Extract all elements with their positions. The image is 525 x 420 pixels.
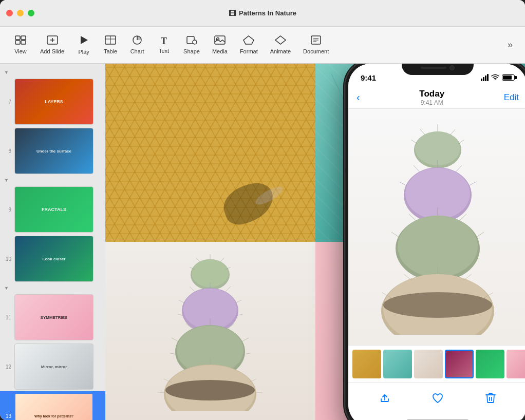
- svg-line-70: [420, 129, 425, 135]
- ios-thumb-strip: [348, 345, 525, 382]
- toolbar-item-play[interactable]: Play: [71, 32, 96, 58]
- ios-bottom-bar: [348, 382, 525, 413]
- slide-thumbnail-11: SYMMETRIES: [14, 294, 93, 340]
- svg-line-93: [463, 274, 472, 280]
- toolbar-item-table[interactable]: Table: [98, 32, 123, 58]
- iphone-shell: 9:41: [345, 64, 525, 420]
- toolbar-item-shape[interactable]: Shape: [178, 32, 205, 58]
- slide-item-13[interactable]: 13 Why look for patterns?: [0, 391, 105, 420]
- signal-bar-4: [487, 74, 489, 81]
- slide-panel[interactable]: ▼ 7 LAYERS 8 Under the: [0, 64, 105, 420]
- slide-item-10[interactable]: 10 Look closer: [0, 234, 105, 283]
- view-icon: [15, 35, 26, 46]
- favorite-button[interactable]: [427, 388, 448, 408]
- svg-rect-2: [15, 41, 20, 44]
- thumb-mini-1[interactable]: [352, 350, 381, 378]
- slide-group-7: ▼ 7 LAYERS: [0, 68, 105, 126]
- slide-thumbnail-9: FRACTALS: [14, 186, 93, 233]
- delete-button[interactable]: [480, 388, 501, 408]
- slide-item-9[interactable]: 9 FRACTALS: [0, 185, 105, 234]
- maximize-button[interactable]: [28, 10, 34, 16]
- heart-icon: [432, 392, 444, 404]
- slide-item-12[interactable]: 12 Mirror, mirror: [0, 342, 105, 391]
- nav-back-button[interactable]: ‹: [357, 91, 360, 103]
- svg-marker-17: [243, 36, 254, 44]
- thumb-mini-4[interactable]: [445, 350, 474, 378]
- slide-group-12: 12 Mirror, mirror: [0, 342, 105, 391]
- svg-line-35: [220, 258, 224, 262]
- slide-thumb-content-9: FRACTALS: [15, 187, 93, 232]
- toolbar-item-animate[interactable]: Animate: [265, 32, 296, 58]
- thumb-mini-2[interactable]: [383, 350, 412, 378]
- nav-title: Today: [419, 89, 444, 99]
- animate-label: Animate: [270, 48, 291, 54]
- slide-thumbnail-10: Look closer: [14, 236, 93, 282]
- svg-line-52: [172, 338, 178, 341]
- toolbar-item-view[interactable]: View: [8, 32, 33, 58]
- slide-item-8[interactable]: 8 Under the surface: [0, 126, 105, 176]
- canvas-area: 9:41: [105, 64, 525, 420]
- status-icons: [481, 73, 515, 82]
- toolbar-item-add-slide[interactable]: Add Slide: [35, 32, 69, 58]
- svg-rect-1: [21, 36, 26, 40]
- slide-number-9: 9: [4, 207, 11, 213]
- toolbar-item-format[interactable]: Format: [235, 32, 263, 58]
- chart-icon: [132, 35, 143, 46]
- slide-thumb-label-8: Under the surface: [36, 149, 71, 154]
- slide-thumb-label-10: Look closer: [43, 257, 66, 261]
- battery-fill: [503, 75, 512, 80]
- toolbar-more-button[interactable]: »: [503, 37, 517, 52]
- slide-number-7: 7: [4, 99, 11, 105]
- nav-edit-button[interactable]: Edit: [504, 92, 519, 103]
- view-label: View: [14, 48, 27, 54]
- notch-speaker: [421, 67, 446, 69]
- toolbar-item-document[interactable]: Document: [298, 32, 334, 58]
- window-controls: [6, 10, 34, 16]
- thumb-mini-3[interactable]: [414, 350, 443, 378]
- minimize-button[interactable]: [17, 10, 24, 16]
- slide-item-11[interactable]: 11 SYMMETRIES: [0, 293, 105, 342]
- group-arrow-9: ▼: [4, 178, 9, 183]
- format-icon: [243, 35, 254, 46]
- honeycomb-background: [105, 64, 315, 242]
- signal-bar-2: [483, 77, 484, 81]
- svg-marker-18: [275, 36, 286, 44]
- media-label: Media: [212, 48, 228, 54]
- svg-rect-0: [15, 36, 20, 40]
- volume-down-button: [345, 174, 346, 202]
- svg-line-43: [178, 300, 184, 303]
- toolbar-item-chart[interactable]: Chart: [125, 32, 149, 58]
- toolbar-item-text[interactable]: T Text: [152, 33, 176, 57]
- slide-thumb-label-9: FRACTALS: [42, 207, 66, 212]
- slide-thumbnail-7: LAYERS: [14, 79, 93, 125]
- add-slide-icon: [47, 35, 58, 46]
- table-label: Table: [104, 48, 117, 54]
- slide-group-9: ▼ 9 FRACTALS: [0, 176, 105, 234]
- format-label: Format: [240, 48, 258, 54]
- close-button[interactable]: [6, 10, 13, 16]
- svg-rect-3: [21, 41, 26, 44]
- document-icon: [310, 35, 322, 46]
- thumb-mini-6[interactable]: [507, 350, 525, 378]
- window-title-area: 🎞 Patterns In Nature: [229, 9, 296, 17]
- signal-bar-3: [485, 75, 486, 81]
- signal-bars: [481, 74, 489, 81]
- volume-up-button: [345, 140, 346, 168]
- toolbar-item-media[interactable]: Media: [207, 32, 233, 58]
- chart-label: Chart: [130, 48, 144, 54]
- thumb-mini-5[interactable]: [476, 350, 504, 378]
- svg-point-90: [383, 292, 492, 318]
- media-icon: [214, 35, 226, 46]
- share-button[interactable]: [374, 388, 395, 408]
- svg-line-71: [451, 129, 455, 135]
- svg-line-41: [190, 287, 195, 292]
- document-label: Document: [303, 48, 329, 54]
- svg-line-78: [456, 165, 462, 172]
- window-title: Patterns In Nature: [239, 9, 296, 17]
- slide-item-7[interactable]: 7 LAYERS: [0, 77, 105, 126]
- ios-main-photo: [348, 109, 525, 345]
- text-icon: T: [161, 36, 167, 46]
- svg-line-65: [255, 392, 262, 393]
- animate-icon: [275, 35, 286, 46]
- status-time: 9:41: [361, 73, 376, 82]
